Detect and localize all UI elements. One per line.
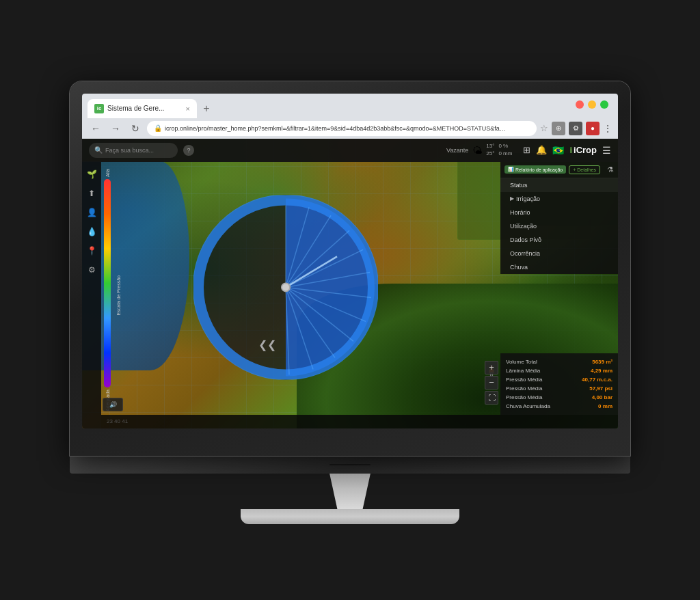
lock-icon: 🔒 — [154, 124, 162, 132]
menu-arrow-icon: ▶ — [510, 195, 514, 202]
chrome-dots — [576, 100, 608, 109]
fullscreen-button[interactable]: ⛶ — [485, 391, 498, 405]
tab-close-icon[interactable]: × — [186, 105, 190, 113]
left-sidebar: 🌱 ⬆ 👤 💧 📍 ⚙ — [82, 162, 101, 428]
menu-ocorrencia-label: Ocorrência — [510, 250, 540, 257]
menu-item-dados-pivo[interactable]: Dados Pivô — [500, 233, 618, 247]
temp-high: 13° — [486, 143, 494, 150]
ext-icon-1[interactable]: ⊕ — [552, 122, 565, 135]
weather-temps: 13° 25° — [486, 143, 494, 157]
map-coordinates: 23 40 41 — [107, 418, 128, 424]
stat-label-3: Pressão Média — [506, 385, 542, 392]
stat-row-5: Chuva Acumulada 0 mm — [506, 402, 612, 411]
menu-status-label: Status — [510, 182, 528, 189]
stat-label-5: Chuva Acumulada — [506, 403, 550, 409]
stat-value-3: 57,97 psi — [589, 385, 612, 392]
menu-items: Status ▶ Irrigação Horário Utilização — [500, 178, 618, 274]
pivot-system: ❮❮ — [193, 195, 378, 379]
stat-row-4: Pressão Média 4,00 bar — [506, 393, 612, 402]
brand-i: i — [569, 145, 572, 155]
reload-button[interactable]: ↻ — [127, 120, 144, 137]
stat-label-1: Lâmina Média — [506, 368, 540, 374]
tab-favicon: ic — [94, 104, 104, 113]
report-label: Relatório de aplicação — [515, 167, 563, 172]
menu-utilizacao-label: Utilização — [510, 223, 537, 230]
url-text: icrop.online/pro/master_home.php?semkml=… — [165, 125, 507, 132]
hamburger-menu[interactable]: ☰ — [602, 145, 611, 156]
bookmark-icon[interactable]: ☆ — [540, 123, 548, 133]
ext-icon-3[interactable]: ● — [586, 122, 600, 135]
back-button[interactable]: ← — [88, 120, 104, 137]
weather-type-label: Vazante — [446, 147, 468, 154]
tab-title: Sistema de Gere... — [107, 105, 164, 112]
menu-item-status[interactable]: Status — [500, 178, 618, 192]
menu-item-utilizacao[interactable]: Utilização — [500, 219, 618, 233]
zoom-out-button[interactable]: − — [485, 376, 498, 390]
stat-value-1: 4,29 mm — [591, 368, 612, 374]
search-icon: 🔍 — [94, 146, 103, 154]
menu-item-ocorrencia[interactable]: Ocorrência — [500, 247, 618, 260]
sidebar-icon-pin[interactable]: 📍 — [85, 244, 98, 258]
temp-low: 25° — [486, 150, 494, 157]
notification-icon[interactable]: 🔔 — [536, 145, 547, 155]
weather-area: Vazante 🌤 13° 25° 0 % 0 mm — [446, 143, 512, 157]
imac-container: ic Sistema de Gere... × + ← → ↻ 🔒 icrop.… — [70, 81, 630, 526]
sidebar-icon-arrow[interactable]: ⬆ — [85, 187, 98, 200]
imac-screen: ic Sistema de Gere... × + ← → ↻ 🔒 icrop.… — [82, 94, 618, 428]
close-dot[interactable] — [600, 100, 608, 109]
zoom-in-button[interactable]: + — [485, 361, 498, 374]
maximize-dot[interactable] — [588, 100, 596, 109]
weather-icon: 🌤 — [472, 145, 482, 156]
chin-line — [329, 464, 371, 465]
search-placeholder: Faça sua busca... — [105, 147, 154, 154]
chrome-menu-icon[interactable]: ⋮ — [603, 123, 612, 134]
imac-neck — [309, 474, 391, 511]
stat-label-0: Volume Total — [506, 359, 537, 365]
pivot-arc-svg: ❮❮ — [193, 195, 378, 379]
menu-item-irrigacao[interactable]: ▶ Irrigação — [500, 192, 618, 206]
app-content: ❮❮ 🔍 Faça sua busca... ? Vazante — [82, 139, 618, 428]
stat-value-0: 5639 m³ — [592, 359, 612, 365]
lamina-scale-label: Escala de Pressão — [113, 275, 123, 411]
svg-point-14 — [282, 283, 290, 291]
rain: 0 mm — [498, 150, 512, 157]
right-panel: 📊 Relatório de aplicação + Detalhes ⚗ St… — [500, 162, 618, 274]
menu-horario-label: Horário — [510, 209, 530, 216]
help-button[interactable]: ? — [183, 145, 194, 156]
audio-widget[interactable]: 🔊 — [103, 398, 123, 411]
details-button[interactable]: + Detalhes — [569, 165, 600, 174]
stat-value-5: 0 mm — [598, 403, 612, 409]
flag-icon: 🇧🇷 — [552, 145, 564, 156]
brand-logo: iiCrop — [569, 145, 597, 155]
forward-button[interactable]: → — [107, 120, 124, 137]
scale-gradient-bar — [104, 179, 111, 387]
scale-top-label: Alta — [105, 169, 110, 177]
filter-icon[interactable]: ⚗ — [607, 165, 614, 174]
sidebar-icon-water[interactable]: 💧 — [85, 225, 98, 238]
new-tab-btn[interactable]: + — [197, 99, 216, 118]
ext-icon-2[interactable]: ⚙ — [569, 122, 582, 135]
stat-row-1: Lâmina Média 4,29 mm — [506, 366, 612, 375]
chrome-tab-bar: ic Sistema de Gere... × + — [82, 94, 618, 118]
minimize-dot[interactable] — [576, 100, 584, 109]
imac-base — [241, 509, 459, 524]
menu-dados-label: Dados Pivô — [510, 236, 541, 243]
imac-screen-bezel: ic Sistema de Gere... × + ← → ↻ 🔒 icrop.… — [70, 81, 630, 456]
stat-label-4: Pressão Média — [506, 394, 542, 400]
menu-irrigacao-label: Irrigação — [516, 195, 540, 202]
lamina-label: Escala de Pressão — [116, 275, 121, 315]
url-bar[interactable]: 🔒 icrop.online/pro/master_home.php?semkm… — [147, 121, 537, 136]
menu-item-horario[interactable]: Horário — [500, 206, 618, 219]
stat-row-3: Pressão Média 57,97 psi — [506, 384, 612, 393]
menu-item-chuva[interactable]: Chuva — [500, 260, 618, 274]
map-zoom-controls: + − ⛶ — [485, 361, 498, 405]
chrome-tab[interactable]: ic Sistema de Gere... × — [88, 99, 197, 118]
sidebar-icon-person[interactable]: 👤 — [85, 206, 98, 219]
report-button[interactable]: 📊 Relatório de aplicação — [504, 165, 566, 174]
precip-info: 0 % 0 mm — [498, 143, 512, 157]
grid-icon[interactable]: ⊞ — [523, 145, 530, 155]
sidebar-icon-gear[interactable]: ⚙ — [85, 263, 98, 277]
sidebar-icon-plant[interactable]: 🌱 — [85, 167, 98, 181]
search-box[interactable]: 🔍 Faça sua busca... — [89, 143, 178, 158]
map-bottom-bar: 23 40 41 — [101, 415, 618, 428]
